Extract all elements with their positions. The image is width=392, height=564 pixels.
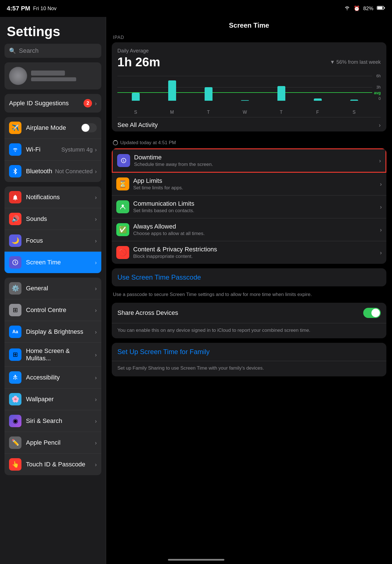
focus-chevron-icon: ›: [95, 238, 97, 244]
apple-id-suggestions-label: Apple ID Suggestions: [9, 100, 69, 107]
downtime-title: Downtime: [134, 154, 379, 161]
home-screen-item[interactable]: ⊞ Home Screen & Mulitas... ›: [5, 343, 101, 367]
airplane-mode-item[interactable]: ✈️ Airplane Mode: [5, 117, 101, 139]
content-privacy-item[interactable]: 🚫 Content & Privacy Restrictions Block i…: [112, 241, 386, 264]
downtime-icon: [117, 154, 130, 167]
bar-col-t2: [263, 86, 299, 101]
family-setup-title: Set Up Screen Time for Family: [112, 343, 386, 361]
display-brightness-icon: Aa: [9, 326, 21, 338]
focus-item[interactable]: 🌙 Focus ›: [5, 230, 101, 252]
grid-label-3h: 3h: [374, 85, 381, 89]
bar-f: [314, 98, 322, 101]
apple-id-badge: 2: [84, 99, 92, 107]
siri-search-item[interactable]: ◉ Siri & Search ›: [5, 410, 101, 432]
day-f: F: [299, 110, 336, 115]
sidebar-title: Settings: [0, 17, 106, 44]
control-centre-item[interactable]: ⊞ Control Centre ›: [5, 299, 101, 321]
downtime-subtitle: Schedule time away from the screen.: [134, 162, 379, 167]
status-icons: ⏰ 82%: [344, 5, 385, 12]
bar-col-w: [227, 100, 263, 101]
siri-search-chevron-icon: ›: [95, 418, 97, 424]
activity-chart: 6h 3h 0 avg: [117, 74, 381, 107]
general-item[interactable]: ⚙️ General ›: [5, 278, 101, 299]
share-across-desc: You can enable this on any device signed…: [112, 323, 386, 339]
passcode-title: Use Screen Time Passcode: [112, 268, 386, 286]
apple-pencil-item[interactable]: ✏️ Apple Pencil ›: [5, 432, 101, 454]
bar-s2: [350, 100, 358, 101]
control-centre-label: Control Centre: [26, 306, 95, 314]
share-across-row[interactable]: Share Across Devices: [112, 303, 386, 323]
sounds-item[interactable]: 🔊 Sounds ›: [5, 208, 101, 230]
svg-point-5: [122, 205, 124, 207]
share-across-toggle[interactable]: [363, 308, 381, 318]
content-privacy-icon: 🚫: [116, 246, 129, 259]
airplane-mode-toggle[interactable]: [81, 123, 97, 132]
display-brightness-chevron-icon: ›: [95, 329, 97, 335]
downtime-text: Downtime Schedule time away from the scr…: [134, 154, 379, 167]
daily-pct-change: ▼ 56% from last week: [330, 59, 381, 65]
svg-rect-2: [384, 7, 385, 8]
wifi-item[interactable]: Wi-Fi Systumm 4g ›: [5, 139, 101, 161]
sidebar: Settings 🔍 Search Apple ID Suggestions 2…: [0, 0, 106, 564]
search-bar[interactable]: 🔍 Search: [5, 44, 101, 58]
apple-pencil-label: Apple Pencil: [26, 439, 95, 446]
home-screen-icon: ⊞: [9, 348, 21, 361]
app-limits-item[interactable]: ⏳ App Limits Set time limits for apps. ›: [112, 173, 386, 196]
airplane-mode-label: Airplane Mode: [26, 124, 81, 131]
sounds-label: Sounds: [26, 215, 95, 223]
general-label: General: [26, 285, 95, 292]
wifi-icon: [344, 6, 350, 12]
loading-spinner: [113, 140, 118, 145]
notifications-item[interactable]: Notifications ›: [5, 186, 101, 208]
apple-pencil-chevron-icon: ›: [95, 440, 97, 446]
control-centre-chevron-icon: ›: [95, 307, 97, 313]
bluetooth-item[interactable]: Bluetooth Not Connected ›: [5, 161, 101, 182]
accessibility-item[interactable]: Accessibility ›: [5, 367, 101, 389]
screen-time-item[interactable]: Screen Time ›: [5, 252, 101, 273]
main-panel: Screen Time IPAD Daily Average 1h 26m ▼ …: [106, 0, 392, 564]
screen-time-label: Screen Time: [26, 259, 95, 266]
wifi-settings-icon: [9, 143, 21, 156]
content-privacy-text: Content & Privacy Restrictions Block ina…: [133, 246, 380, 259]
notifications-chevron-icon: ›: [95, 194, 97, 201]
see-all-label: See All Activity: [117, 121, 158, 129]
wifi-chevron-icon: ›: [95, 146, 97, 153]
panel-title: Screen Time: [106, 17, 392, 35]
apple-id-name-blur: [31, 71, 65, 76]
search-input[interactable]: Search: [19, 47, 39, 54]
bluetooth-chevron-icon: ›: [95, 168, 97, 175]
always-allowed-item[interactable]: ✅ Always Allowed Choose apps to allow at…: [112, 218, 386, 241]
passcode-card[interactable]: Use Screen Time Passcode: [112, 268, 386, 286]
touch-id-item[interactable]: 👆 Touch ID & Passcode ›: [5, 454, 101, 475]
alarm-icon: ⏰: [354, 5, 360, 12]
accessibility-icon: [9, 371, 21, 384]
apple-id-avatar-section: [5, 62, 101, 89]
status-date: Fri 10 Nov: [33, 6, 56, 12]
communication-limits-item[interactable]: Communication Limits Set limits based on…: [112, 196, 386, 218]
bar-col-s2: [336, 100, 372, 101]
display-brightness-item[interactable]: Aa Display & Brightness ›: [5, 321, 101, 343]
see-all-activity-row[interactable]: See All Activity ›: [117, 117, 381, 129]
general-group: ⚙️ General › ⊞ Control Centre › Aa Displ…: [5, 278, 101, 475]
status-bar: 4:57 PM Fri 10 Nov ⏰ 82%: [0, 0, 392, 17]
family-setup-card[interactable]: Set Up Screen Time for Family Set up Fam…: [112, 343, 386, 376]
updated-row: Updated today at 4:51 PM: [112, 137, 386, 148]
content-privacy-chevron-icon: ›: [380, 249, 382, 256]
communication-limits-title: Communication Limits: [133, 200, 380, 207]
bluetooth-value: Not Connected: [55, 168, 93, 175]
home-screen-chevron-icon: ›: [95, 352, 97, 358]
apple-id-suggestions-row[interactable]: Apple ID Suggestions 2 ›: [5, 94, 101, 113]
touch-id-chevron-icon: ›: [95, 461, 97, 468]
bar-m: [168, 80, 176, 101]
grid-label-6h: 6h: [374, 74, 381, 78]
grid-label-0: 0: [374, 96, 381, 101]
day-labels: S M T W T F S: [117, 110, 381, 115]
apple-id-info: [31, 71, 97, 81]
bar-col-t1: [190, 87, 227, 101]
display-brightness-label: Display & Brightness: [26, 328, 95, 335]
downtime-item[interactable]: Downtime Schedule time away from the scr…: [112, 148, 386, 173]
battery-text: 82%: [363, 6, 373, 12]
wallpaper-item[interactable]: 🌸 Wallpaper ›: [5, 389, 101, 410]
day-w: W: [227, 110, 263, 115]
bar-col-s1: [117, 93, 154, 101]
